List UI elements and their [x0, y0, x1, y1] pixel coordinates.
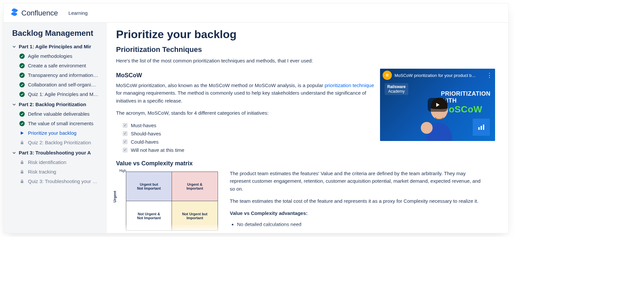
page-title: Prioritize your backlog [116, 28, 496, 41]
section-heading-vcc: Value vs Complexity matrix [116, 160, 496, 167]
main-content: Prioritize your backlog Prioritization T… [107, 23, 508, 233]
checkbox-icon: ✓ [123, 123, 128, 128]
sidebar-section-label: Part 1: Agile Principles and Mir [19, 44, 91, 49]
sidebar-section-part2[interactable]: Part 2: Backlog Prioritization [12, 102, 104, 107]
checkbox-icon: ✓ [123, 148, 128, 152]
sidebar-item-label: Collaboration and self-organi… [28, 82, 96, 87]
topbar: Confluence Learning [4, 4, 508, 23]
svg-rect-13 [424, 123, 429, 129]
lock-icon [19, 179, 25, 184]
page-subhead: Prioritization Techniques [116, 45, 496, 54]
sidebar-item[interactable]: Transparency and information… [12, 70, 104, 80]
app-window: Confluence Learning Backlog Management P… [3, 3, 509, 233]
moscow-paragraph-2: The acronym, MoSCoW, stands for 4 differ… [116, 109, 375, 117]
moscow-paragraph-1: MoSCoW prioritization, also known as the… [116, 82, 375, 105]
sidebar-item-locked: Risk tracking [12, 167, 104, 176]
kebab-menu-icon[interactable]: ⋮ [487, 73, 492, 78]
check-circle-icon [19, 54, 25, 59]
matrix-high-label: High [119, 169, 126, 173]
checkbox-icon: ✓ [123, 139, 128, 144]
svg-rect-10 [21, 181, 23, 183]
list-item: No detailed calculations need [237, 222, 483, 227]
matrix-q1: Urgent butNot Important [126, 172, 172, 201]
sidebar-item[interactable]: Quiz 1: Agile Principles and M… [12, 89, 104, 99]
sidebar-item[interactable]: Collaboration and self-organi… [12, 80, 104, 89]
chevron-down-icon [12, 45, 16, 49]
video-badge-top: Railsware [387, 84, 406, 89]
sidebar-item-label: Risk tracking [28, 169, 56, 175]
sidebar-item-locked: Quiz 3: Troubleshooting your … [12, 176, 104, 186]
list-item-label: Could-haves [131, 139, 158, 145]
sidebar-item[interactable]: Create a safe environment [12, 61, 104, 70]
svg-rect-16 [483, 125, 484, 130]
matrix-q4: Not Urgent butImportant [172, 201, 218, 230]
list-item: ✓Could-haves [123, 138, 375, 146]
check-circle-icon [19, 92, 25, 97]
matrix-q2: Urgent &Important [172, 172, 218, 201]
matrix-y-axis-label: Urgent [113, 191, 117, 202]
brand-name: Confluence [21, 9, 58, 17]
play-button[interactable] [428, 98, 447, 112]
sidebar-item-locked: Risk identification [12, 157, 104, 167]
list-item-label: Will not have at this time [131, 147, 184, 153]
sidebar-item-label: The value of small increments [28, 121, 93, 126]
list-item-label: Must-haves [131, 123, 156, 128]
chevron-down-icon [12, 151, 16, 155]
list-item: ✓Must-haves [123, 121, 375, 129]
brand[interactable]: Confluence [10, 8, 58, 18]
sidebar: Backlog Management Part 1: Agile Princip… [4, 23, 107, 233]
channel-avatar-icon: R [383, 71, 392, 80]
check-circle-icon [19, 82, 25, 87]
sidebar-item[interactable]: Agile methodologies [12, 51, 104, 61]
vcc-paragraph-1: The product team estimates the features'… [230, 170, 483, 193]
lock-icon [19, 160, 25, 165]
moscow-section: MoSCoW MoSCoW prioritization, also known… [116, 72, 375, 154]
sidebar-item-label: Transparency and information… [28, 72, 98, 78]
matrix-q3: Not Urgent &Not Important [126, 201, 172, 230]
sidebar-item-locked: Quiz 2: Backlog Prioritization [12, 138, 104, 147]
check-circle-icon [19, 121, 25, 126]
chevron-down-icon [12, 103, 16, 106]
sidebar-section-part1[interactable]: Part 1: Agile Principles and Mir [12, 44, 104, 49]
nav-learning[interactable]: Learning [68, 10, 87, 16]
confluence-logo-icon [10, 8, 19, 18]
vcc-paragraph-2: The team estimates the total cost of the… [230, 197, 483, 205]
sidebar-item-label: Agile methodologies [28, 53, 72, 59]
sidebar-item-label: Create a safe environment [28, 63, 86, 68]
play-icon [19, 130, 25, 136]
check-circle-icon [19, 63, 25, 68]
sidebar-item-current[interactable]: Prioritize your backlog [12, 128, 104, 138]
sidebar-item-label: Define valuable deliverables [28, 111, 90, 117]
svg-rect-14 [478, 127, 480, 130]
sidebar-section-part3[interactable]: Part 3: Troubleshooting your A [12, 150, 104, 155]
video-title-bar: R MoSCoW prioritization for your product… [383, 71, 492, 80]
svg-rect-8 [21, 162, 23, 164]
checkbox-icon: ✓ [123, 131, 128, 136]
vcc-advantages-heading: Value vs Complexity advantages: [230, 209, 483, 217]
sidebar-section-label: Part 3: Troubleshooting your A [19, 150, 91, 155]
prioritization-technique-link[interactable]: prioritization technique [324, 82, 374, 88]
intro-text: Here's the list of the most common prior… [116, 58, 496, 63]
section-heading-moscow: MoSCoW [116, 72, 375, 79]
check-circle-icon [19, 73, 25, 78]
page-body: Backlog Management Part 1: Agile Princip… [4, 23, 508, 233]
svg-rect-9 [21, 172, 23, 174]
sidebar-section-label: Part 2: Backlog Prioritization [19, 102, 86, 107]
video-thumbnail[interactable]: R MoSCoW prioritization for your product… [380, 69, 495, 141]
sidebar-title: Backlog Management [12, 29, 104, 38]
sidebar-item-label: Quiz 3: Troubleshooting your … [28, 178, 97, 184]
sidebar-item[interactable]: The value of small increments [12, 119, 104, 128]
sidebar-item[interactable]: Define valuable deliverables [12, 109, 104, 119]
check-circle-icon [19, 111, 25, 117]
list-item-label: Should-haves [131, 131, 161, 136]
vcc-section: High Urgent Urgent butNot Important Urge… [116, 170, 496, 233]
svg-rect-15 [481, 126, 482, 130]
sidebar-item-label: Risk identification [28, 159, 66, 165]
video-badge: Railsware Academy [385, 83, 408, 95]
vcc-advantages-list: No detailed calculations need [237, 222, 483, 227]
lock-icon [19, 140, 25, 145]
svg-rect-7 [21, 142, 23, 144]
list-item: ✓Will not have at this time [123, 146, 375, 154]
list-item: ✓Should-haves [123, 129, 375, 138]
sidebar-item-label: Quiz 2: Backlog Prioritization [28, 140, 91, 145]
